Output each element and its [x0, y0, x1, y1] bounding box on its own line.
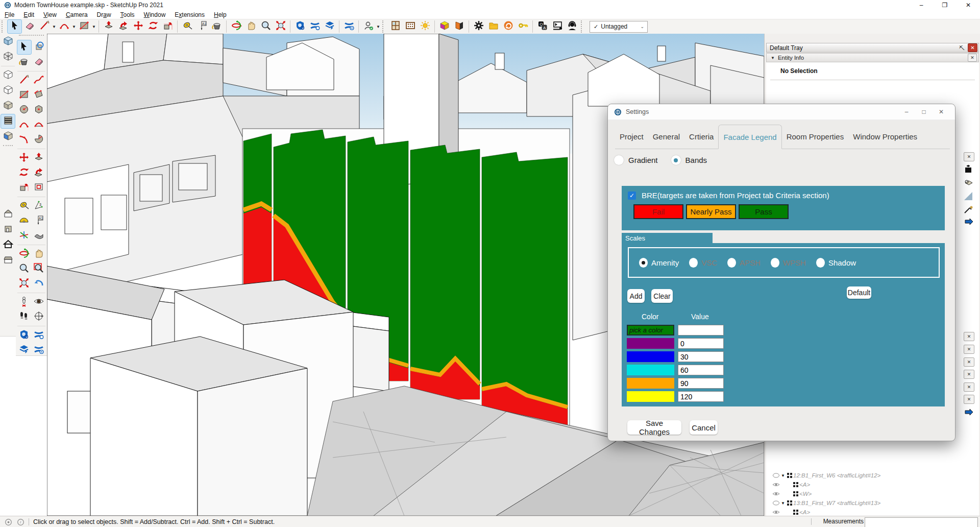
pin-icon[interactable]: ⛏ — [959, 45, 965, 51]
tool-two-point-arc[interactable] — [32, 117, 46, 132]
dialog-title-bar[interactable]: Settings – □ ✕ — [608, 104, 955, 120]
tool-pan[interactable] — [243, 19, 258, 34]
tool-refresh[interactable] — [501, 19, 516, 34]
tool-axes[interactable] — [17, 228, 32, 243]
tool-move[interactable] — [131, 19, 145, 34]
tool-contact-support[interactable] — [565, 19, 579, 34]
ellipse-toggle-icon[interactable] — [772, 473, 780, 478]
close-button[interactable]: ✕ — [957, 0, 980, 10]
tab-facade-legend[interactable]: Facade Legend — [718, 125, 781, 149]
tool-scale[interactable] — [17, 180, 32, 195]
default-button[interactable]: Default — [847, 286, 871, 299]
tool-sign-in[interactable] — [361, 19, 376, 34]
color-swatch-row-3[interactable] — [627, 365, 674, 375]
tool-push-pull[interactable] — [32, 151, 46, 165]
tool-tape-measure[interactable] — [180, 19, 194, 34]
tool-zoom[interactable] — [258, 19, 273, 34]
tool-follow-me[interactable] — [116, 19, 131, 34]
expander-arrow-icon[interactable]: ▼ — [780, 501, 786, 506]
radio-gradient[interactable] — [614, 155, 624, 165]
tool-orbit[interactable] — [229, 19, 243, 34]
tool-tape-measure[interactable] — [17, 199, 32, 213]
tool-zoom-extents[interactable] — [17, 276, 32, 291]
tool-style-backedges[interactable] — [1, 68, 15, 83]
tool-rotated-rectangle[interactable] — [32, 88, 46, 103]
details-arrow-icon[interactable] — [963, 218, 973, 228]
tool-polygon[interactable] — [32, 103, 46, 117]
menu-edit[interactable]: Edit — [19, 11, 39, 18]
tool-rotate[interactable] — [145, 19, 160, 34]
menu-window[interactable]: Window — [139, 11, 170, 18]
minimize-button[interactable]: – — [910, 0, 933, 10]
color-swatch-row-1[interactable] — [627, 338, 674, 349]
panel-close-icon[interactable]: ✕ — [964, 382, 974, 392]
tab-general[interactable]: General — [648, 125, 684, 149]
dialog-minimize-button[interactable]: – — [898, 106, 915, 118]
panel-close-icon[interactable]: ✕ — [964, 370, 974, 379]
tool-style-sections[interactable] — [1, 114, 15, 129]
tool-instructor[interactable] — [550, 19, 565, 34]
tool-materials-wedge[interactable] — [452, 19, 467, 34]
tool-plugin-layers[interactable] — [17, 343, 32, 357]
bre-checkbox[interactable]: ✓ — [628, 191, 636, 200]
toolbar-drag-handle[interactable] — [2, 20, 6, 33]
color-swatch-row-4[interactable] — [627, 378, 674, 389]
tool-dimensions[interactable]: 3 — [32, 199, 46, 213]
tray-header[interactable]: Default Tray ⛏ ✕ — [766, 43, 979, 53]
tool-select[interactable] — [17, 40, 32, 55]
value-input-row-0[interactable] — [678, 325, 724, 336]
tool-line[interactable] — [37, 19, 52, 34]
tool-text[interactable]: A1 — [194, 19, 209, 34]
entity-info-header[interactable]: ▼ Entity Info ✕ — [766, 53, 979, 62]
save-changes-button[interactable]: Save Changes — [627, 420, 681, 435]
eye-visibility-icon[interactable] — [772, 482, 780, 487]
panel-close-icon[interactable]: ✕ — [964, 152, 974, 161]
tool-style-wireframe[interactable] — [1, 50, 15, 64]
tool-license-key[interactable] — [516, 19, 530, 34]
details-arrow-icon[interactable] — [963, 408, 973, 418]
restore-button[interactable]: ❐ — [933, 0, 957, 10]
tool-rectangle[interactable] — [77, 19, 91, 34]
tool-style-shaded[interactable] — [1, 99, 15, 113]
tool-previous-view[interactable] — [32, 276, 46, 291]
dropdown-arrow-icon[interactable]: ▼ — [71, 25, 77, 29]
tree-row[interactable]: ▼<W> — [768, 489, 977, 498]
tool-zoom-extents[interactable] — [273, 19, 288, 34]
tool-move[interactable] — [17, 151, 32, 165]
tool-view-box[interactable] — [1, 222, 15, 237]
scale-radio-amenity[interactable]: Amenity — [639, 258, 679, 268]
toolbar-drag-handle[interactable] — [581, 20, 585, 33]
tool-three-point-arc[interactable] — [17, 132, 32, 147]
tool-position-camera[interactable] — [17, 295, 32, 309]
help-info-icon[interactable]: i — [17, 518, 24, 526]
menu-camera[interactable]: Camera — [61, 11, 92, 18]
color-swatch-row-2[interactable] — [627, 351, 674, 362]
menu-help[interactable]: Help — [209, 11, 231, 18]
tool-settings-gear[interactable] — [471, 19, 486, 34]
add-button[interactable]: Add — [627, 289, 645, 303]
tray-close-icon[interactable]: ✕ — [968, 43, 977, 52]
radio-bands[interactable] — [671, 155, 681, 165]
component-stamp-icon[interactable] — [963, 178, 973, 188]
eyedropper-icon[interactable] — [963, 204, 973, 214]
panel-close-icon[interactable]: ✕ — [964, 395, 974, 404]
tool-rotate[interactable] — [17, 165, 32, 180]
tool-view-front[interactable] — [1, 237, 15, 252]
tool-folder-open[interactable] — [486, 19, 501, 34]
tool-text[interactable]: A1 — [32, 213, 46, 228]
tree-row[interactable]: ▼12:B1_First_W6 <trafficLight#12> — [768, 471, 977, 480]
material-swatch-icon[interactable] — [963, 191, 973, 201]
tool-view-back[interactable] — [1, 253, 15, 268]
panel-close-icon[interactable]: ✕ — [964, 357, 974, 367]
tool-follow-me[interactable] — [32, 165, 46, 180]
toolbar-drag-handle[interactable] — [382, 20, 386, 33]
tab-project[interactable]: Project — [615, 125, 648, 149]
tool-offset[interactable] — [32, 180, 46, 195]
tool-look-around[interactable] — [32, 295, 46, 309]
tool-plugin-shield[interactable] — [292, 19, 307, 34]
geolocation-icon[interactable] — [5, 518, 12, 526]
tool-shadows[interactable] — [418, 19, 432, 34]
tool-protractor[interactable] — [17, 213, 32, 228]
tool-scale[interactable] — [160, 19, 175, 34]
cancel-button[interactable]: Cancel — [690, 420, 718, 435]
